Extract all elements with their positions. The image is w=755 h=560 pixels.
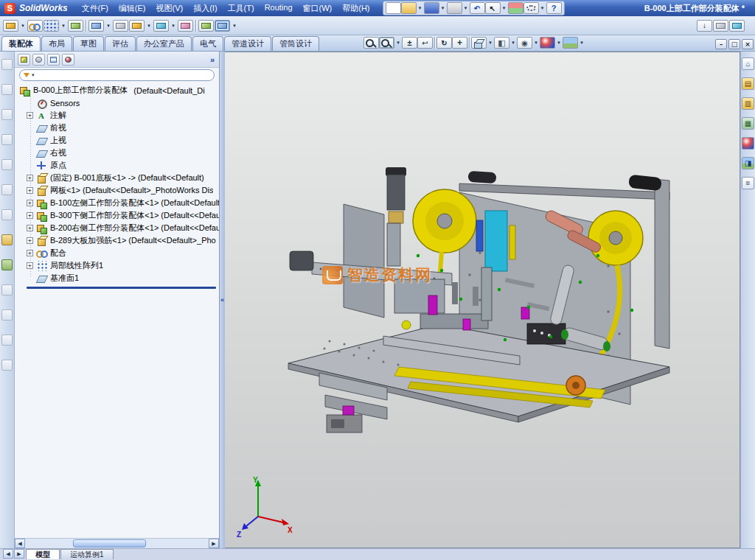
close-button[interactable]: × <box>742 39 754 49</box>
save-icon[interactable] <box>424 2 439 14</box>
tab-scroll-left-button[interactable]: ◀ <box>3 549 13 559</box>
edit-appearance-icon[interactable] <box>540 37 555 49</box>
menu-item[interactable]: 编辑(E) <box>114 1 151 15</box>
commandmanager-tab[interactable]: 评估 <box>105 36 136 51</box>
custom-properties-icon[interactable]: ≡ <box>742 177 754 189</box>
offset-entities-tool-icon[interactable] <box>1 309 13 321</box>
expand-toggle[interactable] <box>27 275 33 281</box>
undo-icon[interactable] <box>470 2 485 14</box>
select-tool-icon[interactable] <box>1 59 13 70</box>
expand-toggle[interactable]: + <box>27 262 33 269</box>
expand-toggle[interactable]: + <box>27 175 33 181</box>
study-tab[interactable]: 模型 <box>26 549 60 559</box>
spline-tool-icon[interactable] <box>1 234 13 245</box>
sketch-tool-icon[interactable] <box>1 84 13 95</box>
tree-item[interactable]: + B-289大板加强筋<1> (Default<<Default>_Pho <box>15 234 219 247</box>
new-document-icon[interactable] <box>386 2 401 14</box>
configurationmanager-tab-icon[interactable] <box>47 54 60 66</box>
vertical-motor[interactable] <box>386 167 406 266</box>
commandmanager-tab[interactable]: 办公室产品 <box>136 36 192 51</box>
tree-item[interactable]: 右视 <box>15 147 219 159</box>
apply-scene-icon[interactable] <box>563 37 578 49</box>
expand-toggle[interactable]: + <box>27 200 33 206</box>
tree-item[interactable]: 前视 <box>15 122 219 134</box>
menu-item[interactable]: 窗口(W) <box>298 1 338 15</box>
featuremanager-tab-icon[interactable] <box>18 54 30 66</box>
propertymanager-tab-icon[interactable] <box>32 54 45 66</box>
collapsed-toolbar-icon[interactable] <box>729 20 745 32</box>
commandmanager-tab[interactable]: 草图 <box>73 36 104 51</box>
rectangle-tool-icon[interactable] <box>1 159 13 170</box>
expand-toggle[interactable]: + <box>27 237 33 244</box>
commandmanager-tab[interactable]: 电气 <box>192 36 223 51</box>
expand-toggle[interactable] <box>27 150 33 156</box>
graphics-area[interactable]: 智造资料网 Y X Z <box>225 52 740 548</box>
machine-left-plate[interactable] <box>344 204 384 318</box>
arc-tool-icon[interactable] <box>1 209 13 220</box>
select-icon[interactable] <box>485 2 501 14</box>
3d-model[interactable] <box>284 155 675 443</box>
file-explorer-icon[interactable]: ▥ <box>742 97 754 110</box>
insert-component-icon[interactable] <box>3 20 18 32</box>
menu-item[interactable]: 插入(I) <box>188 1 222 15</box>
expand-toggle[interactable]: + <box>27 112 33 119</box>
smart-dimension-tool-icon[interactable] <box>1 109 13 120</box>
appearances-icon[interactable] <box>742 137 754 150</box>
move-component-icon[interactable] <box>88 20 104 32</box>
tree-root-item[interactable]: B-000上部工作部分装配体 (Default<Default_Di <box>15 84 219 97</box>
view-palette-icon[interactable]: ▦ <box>742 117 754 130</box>
task-pane-home-icon[interactable]: ⌂ <box>742 57 754 70</box>
reference-geometry-icon[interactable] <box>153 20 169 32</box>
expand-toggle[interactable] <box>27 162 33 169</box>
tree-item[interactable]: 上视 <box>15 134 219 147</box>
tree-item[interactable]: 原点 <box>15 159 219 172</box>
filter-dropdown-icon[interactable]: ▾ <box>32 72 35 78</box>
scroll-thumb[interactable] <box>73 539 147 547</box>
rollback-bar[interactable] <box>27 287 216 289</box>
expand-toggle[interactable]: + <box>27 212 33 219</box>
zoom-to-fit-icon[interactable] <box>363 37 379 49</box>
options-icon[interactable] <box>523 2 539 14</box>
scroll-right-button[interactable]: ▶ <box>209 539 219 548</box>
tree-filter-input[interactable]: ▾ <box>19 69 215 81</box>
scroll-left-button[interactable]: ◀ <box>15 539 25 548</box>
scroll-track[interactable] <box>25 539 209 548</box>
zoom-in-out-icon[interactable] <box>402 37 417 49</box>
rebuild-icon[interactable] <box>508 2 523 14</box>
circle-tool-icon[interactable] <box>1 184 13 195</box>
displaymanager-tab-icon[interactable] <box>62 54 74 66</box>
tree-horizontal-scrollbar[interactable]: ◀ ▶ <box>15 538 219 548</box>
tree-item[interactable]: + 注解 <box>15 109 219 122</box>
display-style-icon[interactable] <box>494 37 509 49</box>
commandmanager-tab[interactable]: 管筒设计 <box>272 36 319 51</box>
orange-roller[interactable] <box>566 376 585 395</box>
tree-item[interactable]: + 网板<1> (Default<<Default>_PhotoWorks Di… <box>15 184 219 197</box>
exploded-view-icon[interactable] <box>198 20 214 32</box>
open-icon[interactable] <box>401 2 417 14</box>
tree-item[interactable]: + B-100左侧工作部分装配体<1> (Default<Default <box>15 197 219 209</box>
minimize-button[interactable]: – <box>715 39 727 49</box>
menu-item[interactable]: 文件(F) <box>77 1 114 15</box>
expand-toggle[interactable] <box>27 137 33 144</box>
mirror-entities-tool-icon[interactable] <box>1 335 13 346</box>
tree-item[interactable]: + 配合 <box>15 247 219 259</box>
expand-toggle[interactable]: + <box>27 250 33 256</box>
commandmanager-tab[interactable]: 装配体 <box>1 36 41 51</box>
interference-detection-icon[interactable] <box>215 20 230 32</box>
expand-toggle[interactable]: + <box>27 225 33 231</box>
menu-item[interactable]: 工具(T) <box>223 1 260 15</box>
new-motion-study-icon[interactable] <box>178 20 193 32</box>
menu-item[interactable]: Routing <box>260 1 298 15</box>
print-icon[interactable] <box>447 2 462 14</box>
tree-item[interactable]: + B-200右侧工作部分装配体<1> (Default<<Default <box>15 222 219 234</box>
study-tab[interactable]: 运动算例1 <box>60 549 114 559</box>
tree-item[interactable]: 基准面1 <box>15 272 219 284</box>
view-orientation-icon[interactable] <box>471 37 487 49</box>
trim-entities-tool-icon[interactable] <box>1 259 13 270</box>
rotate-view-icon[interactable] <box>436 37 452 49</box>
linear-sketch-pattern-tool-icon[interactable] <box>1 360 13 371</box>
instant3d-icon[interactable] <box>697 20 712 32</box>
convert-entities-tool-icon[interactable] <box>1 284 13 295</box>
expand-toggle[interactable] <box>27 99 33 106</box>
assembly-features-icon[interactable] <box>129 20 145 32</box>
